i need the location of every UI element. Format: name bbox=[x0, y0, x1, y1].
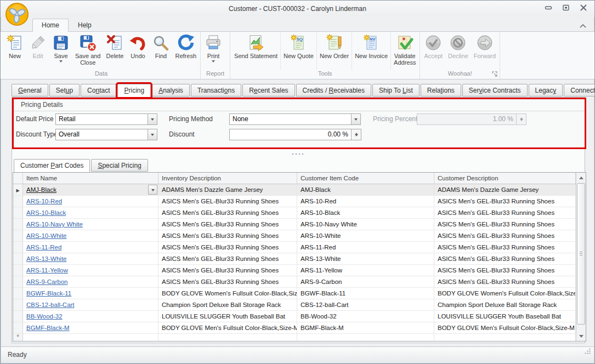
chevron-up-icon[interactable] bbox=[579, 21, 587, 31]
customer-item-code-cell[interactable] bbox=[297, 334, 434, 341]
tab-pricing[interactable]: Pricing bbox=[117, 84, 151, 97]
item-link[interactable]: ARS-10-White bbox=[26, 232, 67, 239]
new-quote-button[interactable]: SQNew Quote bbox=[280, 32, 316, 70]
scrollbar-thumb[interactable] bbox=[577, 183, 585, 325]
customer-description-cell[interactable]: Champion Sport Deluxe Ball Storage Rack bbox=[434, 299, 576, 310]
customer-description-cell[interactable]: ADAMS Men's Dazzle Game Jersey bbox=[434, 184, 576, 195]
item-name-cell[interactable]: BGMF-Black-M bbox=[23, 322, 158, 333]
tab-setup[interactable]: Setup bbox=[49, 84, 80, 96]
validate-address-button[interactable]: Validate Address bbox=[390, 32, 418, 70]
inventory-description-cell[interactable]: ASICS Men's GEL-Blur33 Running Shoes bbox=[158, 276, 297, 287]
customer-description-cell[interactable]: ASICS Men's GEL-Blur33 Running Shoes bbox=[434, 265, 576, 276]
subtab-customer-part-codes[interactable]: Customer Part Codes bbox=[14, 159, 90, 172]
customer-description-cell[interactable]: BODY GLOVE Women's Fullsuit Color-Black,… bbox=[434, 288, 576, 299]
dropdown-button[interactable] bbox=[148, 114, 157, 124]
customer-item-code-cell[interactable]: AMJ-Black bbox=[297, 184, 434, 195]
minimize-button[interactable] bbox=[544, 4, 553, 13]
item-link[interactable]: AMJ-Black bbox=[26, 186, 56, 193]
inventory-description-cell[interactable]: ASICS Men's GEL-Blur33 Running Shoes bbox=[158, 196, 297, 207]
refresh-button[interactable]: Refresh bbox=[172, 32, 199, 70]
item-name-cell[interactable]: ARS-10-Black bbox=[23, 207, 158, 218]
customer-description-cell[interactable]: ASICS Men's GEL-Blur33 Running Shoes bbox=[434, 253, 576, 264]
save-button[interactable]: Save bbox=[49, 32, 72, 70]
ribbon-tab-help[interactable]: Help bbox=[69, 19, 101, 31]
customer-description-cell[interactable]: ASICS Men's GEL-Blur33 Running Shoes bbox=[434, 276, 576, 287]
item-link[interactable]: ARS-10-Navy White bbox=[26, 221, 83, 228]
inventory-description-cell[interactable] bbox=[158, 334, 297, 341]
close-button[interactable] bbox=[579, 4, 588, 13]
new-invoice-button[interactable]: NVNew Invoice bbox=[352, 32, 390, 70]
item-name-cell[interactable]: ARS-10-White bbox=[23, 230, 158, 241]
resize-grip[interactable] bbox=[584, 345, 591, 361]
item-name-cell[interactable]: ARS-10-Red bbox=[23, 196, 158, 207]
column-header-customer-description[interactable]: Customer Description bbox=[434, 173, 576, 184]
spinner[interactable] bbox=[351, 129, 361, 140]
dialog-launcher-icon[interactable] bbox=[492, 71, 497, 79]
send-statement-button[interactable]: Send Statement bbox=[231, 32, 280, 70]
item-link[interactable]: ARS-9-Carbon bbox=[26, 278, 67, 285]
inventory-description-cell[interactable]: ASICS Men's GEL-Blur33 Running Shoes bbox=[158, 207, 297, 218]
item-link[interactable]: CBS-12-ball-Cart bbox=[26, 302, 75, 308]
save-and-close-button[interactable]: Save and Close bbox=[72, 32, 103, 70]
tab-credits-receivables[interactable]: Credits / Receivables bbox=[296, 84, 371, 96]
new-order-button[interactable]: New Order bbox=[316, 32, 352, 70]
customer-item-code-cell[interactable]: BGWF-Black-11 bbox=[297, 288, 434, 299]
inventory-description-cell[interactable]: ASICS Men's GEL-Blur33 Running Shoes bbox=[158, 265, 297, 276]
customer-item-code-cell[interactable]: CBS-12-ball-Cart bbox=[297, 299, 434, 310]
customer-item-code-cell[interactable]: ARS-13-White bbox=[297, 253, 434, 264]
column-header-item-name[interactable]: Item Name bbox=[23, 173, 158, 184]
customer-description-cell[interactable]: BODY GLOVE Men's Fullsuit Color-Black,Si… bbox=[434, 322, 576, 333]
inventory-description-cell[interactable]: ASICS Men's GEL-Blur33 Running Shoes bbox=[158, 253, 297, 264]
item-name-cell[interactable]: ARS-9-Carbon bbox=[23, 276, 158, 287]
item-link[interactable]: ARS-11-Red bbox=[26, 244, 61, 251]
item-name-cell[interactable]: BGWF-Black-11 bbox=[23, 288, 158, 299]
item-name-cell[interactable]: ARS-13-White bbox=[23, 253, 158, 264]
customer-item-code-cell[interactable]: ARS-10-Red bbox=[297, 196, 434, 207]
tab-relations[interactable]: Relations bbox=[421, 84, 461, 96]
item-name-cell[interactable]: ARS-10-Navy White bbox=[23, 219, 158, 230]
customer-description-cell[interactable]: ASICS Men's GEL-Blur33 Running Shoes bbox=[434, 207, 576, 218]
item-link[interactable]: ARS-13-White bbox=[26, 255, 67, 262]
item-name-cell[interactable]: AMJ-Black bbox=[23, 184, 158, 195]
restore-button[interactable] bbox=[562, 4, 570, 13]
customer-item-code-cell[interactable]: ARS-10-Navy White bbox=[297, 219, 434, 230]
app-logo-icon[interactable] bbox=[5, 2, 29, 26]
item-name-cell[interactable]: CBS-12-ball-Cart bbox=[23, 299, 158, 310]
inventory-description-cell[interactable]: BODY GLOVE Women's Fullsuit Color-Black,… bbox=[158, 288, 297, 299]
item-link[interactable]: BB-Wood-32 bbox=[26, 313, 63, 320]
item-name-cell[interactable]: ARS-11-Red bbox=[23, 242, 158, 253]
inventory-description-cell[interactable]: Champion Sport Deluxe Ball Storage Rack bbox=[158, 299, 297, 310]
item-link[interactable]: ARS-10-Black bbox=[26, 209, 66, 216]
customer-item-code-cell[interactable]: ARS-10-Black bbox=[297, 207, 434, 218]
customer-item-code-cell[interactable]: ARS-9-Carbon bbox=[297, 276, 434, 287]
ribbon-tab-home[interactable]: Home bbox=[32, 19, 69, 32]
item-link[interactable]: BGWF-Black-11 bbox=[26, 290, 71, 297]
customer-description-cell[interactable]: LOUISVILLE SLUGGER Youth Baseball Bat bbox=[434, 311, 576, 322]
scroll-up-button[interactable] bbox=[576, 173, 586, 182]
default-price-combo[interactable]: Retail bbox=[55, 113, 157, 125]
dropdown-button[interactable] bbox=[351, 114, 360, 124]
customer-description-cell[interactable]: ASICS Men's GEL-Blur33 Running Shoes bbox=[434, 219, 576, 230]
item-name-cell[interactable]: BB-Wood-32 bbox=[23, 311, 158, 322]
tab-service-contracts[interactable]: Service Contracts bbox=[462, 84, 528, 96]
dropdown-button[interactable] bbox=[148, 129, 157, 140]
discount-field[interactable]: 0.00 % bbox=[229, 129, 361, 140]
item-name-cell[interactable]: ARS-11-Yellow bbox=[23, 265, 158, 276]
tab-ship-to-list[interactable]: Ship To List bbox=[372, 84, 420, 96]
item-link[interactable]: ARS-10-Red bbox=[26, 198, 62, 204]
tab-contact[interactable]: Contact bbox=[81, 84, 116, 96]
scroll-down-button[interactable] bbox=[576, 332, 586, 341]
delete-button[interactable]: Delete bbox=[103, 32, 126, 70]
inventory-description-cell[interactable]: ASICS Men's GEL-Blur33 Running Shoes bbox=[158, 242, 297, 253]
customer-description-cell[interactable]: ASICS Men's GEL-Blur33 Running Shoes bbox=[434, 242, 576, 253]
item-name-cell[interactable] bbox=[23, 334, 158, 341]
discount-type-combo[interactable]: Overall bbox=[55, 129, 157, 140]
customer-description-cell[interactable] bbox=[434, 334, 576, 341]
inventory-description-cell[interactable]: LOUISVILLE SLUGGER Youth Baseball Bat bbox=[158, 311, 297, 322]
item-link[interactable]: BGMF-Black-M bbox=[26, 325, 70, 331]
tab-analysis[interactable]: Analysis bbox=[152, 84, 190, 96]
customer-description-cell[interactable]: ASICS Men's GEL-Blur33 Running Shoes bbox=[434, 230, 576, 241]
tab-transactions[interactable]: Transactions bbox=[191, 84, 241, 96]
customer-item-code-cell[interactable]: ARS-10-White bbox=[297, 230, 434, 241]
tab-legacy[interactable]: Legacy bbox=[529, 84, 563, 96]
